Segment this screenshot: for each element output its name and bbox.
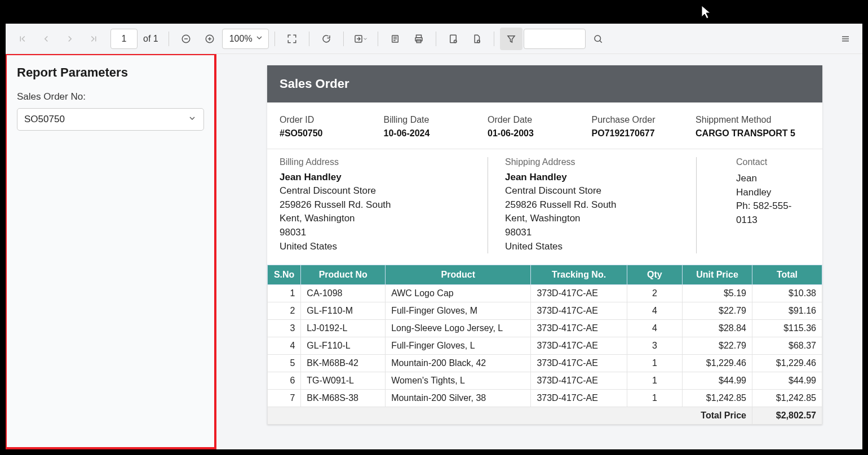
- cell-qty: 1: [627, 390, 682, 407]
- order-date-value: 01-06-2003: [488, 128, 592, 139]
- cell-sno: 2: [268, 302, 301, 320]
- cell-total: $44.99: [752, 372, 822, 390]
- cell-total: $10.38: [752, 285, 822, 302]
- cell-product: Women's Tights, L: [386, 372, 531, 390]
- refresh-button[interactable]: [315, 28, 338, 50]
- search-input[interactable]: [524, 29, 586, 49]
- cell-sno: 6: [268, 372, 301, 390]
- cell-qty: 4: [627, 320, 682, 337]
- shipping-address-label: Shipping Address: [505, 157, 679, 167]
- search-button[interactable]: [587, 28, 609, 50]
- print-button[interactable]: [408, 28, 430, 50]
- separator: [169, 32, 169, 46]
- billing-name: Jean Handley: [280, 172, 471, 183]
- first-page-button[interactable]: [11, 28, 34, 50]
- po-label: Purchase Order: [592, 115, 696, 125]
- cell-total: $1,229.46: [752, 355, 822, 372]
- zoom-select[interactable]: 100%: [222, 29, 269, 49]
- line-items-table: S.No Product No Product Tracking No. Qty…: [267, 265, 822, 425]
- export-settings-button[interactable]: [466, 28, 488, 50]
- total-row: Total Price $2,802.57: [268, 407, 822, 425]
- contact-info: Contact Jean Handley Ph: 582-555-0113: [697, 157, 810, 253]
- report-title: Sales Order: [267, 65, 822, 102]
- address-row: Billing Address Jean Handley Central Dis…: [267, 149, 822, 265]
- billing-line: 98031: [280, 226, 471, 240]
- cell-tracking: 373D-417C-AE: [531, 355, 627, 372]
- cell-qty: 3: [627, 337, 682, 355]
- last-page-button[interactable]: [82, 28, 105, 50]
- cell-product: Long-Sleeve Logo Jersey, L: [386, 320, 531, 337]
- report-canvas[interactable]: Sales Order Order ID #SO50750 Billing Da…: [216, 54, 862, 449]
- table-row: 3LJ-0192-LLong-Sleeve Logo Jersey, L373D…: [268, 320, 822, 337]
- shipping-line: Central Discount Store: [505, 184, 679, 198]
- cell-unit-price: $44.99: [683, 372, 752, 390]
- zoom-in-button[interactable]: [198, 28, 221, 50]
- col-unit-price: Unit Price: [683, 265, 752, 285]
- svg-point-17: [454, 40, 457, 43]
- cell-unit-price: $1,242.85: [683, 390, 752, 407]
- cell-product: AWC Logo Cap: [386, 285, 531, 302]
- zoom-value: 100%: [229, 34, 253, 44]
- cell-tracking: 373D-417C-AE: [531, 320, 627, 337]
- svg-line-21: [600, 41, 602, 43]
- cell-tracking: 373D-417C-AE: [531, 390, 627, 407]
- cell-qty: 1: [627, 372, 682, 390]
- billing-address: Billing Address Jean Handley Central Dis…: [280, 157, 488, 253]
- parameters-toggle-button[interactable]: [500, 28, 522, 50]
- page-number-input[interactable]: [110, 29, 138, 49]
- col-product: Product: [386, 265, 531, 285]
- prev-page-button[interactable]: [35, 28, 57, 50]
- report-viewer-app: of 1 100% Report Parameters Sales Order …: [5, 23, 863, 450]
- cell-sno: 1: [268, 285, 301, 302]
- zoom-out-button[interactable]: [175, 28, 197, 50]
- report-document: Sales Order Order ID #SO50750 Billing Da…: [267, 65, 822, 425]
- contact-phone: Ph: 582-555-0113: [736, 199, 793, 227]
- cell-tracking: 373D-417C-AE: [531, 372, 627, 390]
- col-product-no: Product No: [301, 265, 386, 285]
- ship-method-label: Shippment Method: [696, 115, 810, 125]
- cell-sno: 7: [268, 390, 301, 407]
- fit-page-button[interactable]: [281, 28, 303, 50]
- separator: [436, 32, 436, 46]
- cell-total: $115.36: [752, 320, 822, 337]
- cell-sno: 5: [268, 355, 301, 372]
- cell-product: Mountain-200 Silver, 38: [386, 390, 531, 407]
- parameters-title: Report Parameters: [17, 65, 204, 80]
- page-total-label: of 1: [143, 34, 158, 44]
- separator: [494, 32, 494, 46]
- cell-unit-price: $1,229.46: [683, 355, 752, 372]
- table-row: 4GL-F110-LFull-Finger Gloves, L373D-417C…: [268, 337, 822, 355]
- col-qty: Qty: [627, 265, 682, 285]
- sales-order-select[interactable]: SO50750: [17, 108, 204, 131]
- shipping-line: 98031: [505, 226, 679, 240]
- cell-tracking: 373D-417C-AE: [531, 337, 627, 355]
- billing-line: Central Discount Store: [280, 184, 471, 198]
- cell-unit-price: $22.79: [683, 337, 752, 355]
- po-value: PO7192170677: [592, 128, 696, 139]
- svg-point-20: [595, 35, 601, 42]
- export-button[interactable]: [349, 28, 372, 50]
- shipping-line: United States: [505, 240, 679, 254]
- table-row: 2GL-F110-MFull-Finger Gloves, M373D-417C…: [268, 302, 822, 320]
- table-row: 5BK-M68B-42Mountain-200 Black, 42373D-41…: [268, 355, 822, 372]
- col-tracking: Tracking No.: [531, 265, 627, 285]
- svg-rect-16: [450, 35, 456, 43]
- order-date-label: Order Date: [488, 115, 592, 125]
- table-row: 1CA-1098AWC Logo Cap373D-417C-AE2$5.19$1…: [268, 285, 822, 302]
- cell-total: $91.16: [752, 302, 822, 320]
- ship-method-value: CARGO TRANSPORT 5: [696, 128, 810, 139]
- toolbar: of 1 100%: [6, 24, 862, 54]
- billing-line: Kent, Washington: [280, 212, 471, 226]
- print-layout-button[interactable]: [384, 28, 406, 50]
- svg-point-18: [477, 40, 480, 43]
- total-value: $2,802.57: [752, 407, 822, 425]
- billing-line: United States: [280, 240, 471, 254]
- page-setup-button[interactable]: [442, 28, 464, 50]
- menu-button[interactable]: [834, 28, 857, 50]
- body-area: Report Parameters Sales Order No: SO5075…: [6, 54, 862, 449]
- billing-line: 259826 Russell Rd. South: [280, 198, 471, 212]
- cell-product-no: GL-F110-L: [301, 337, 386, 355]
- next-page-button[interactable]: [59, 28, 81, 50]
- separator: [309, 32, 309, 46]
- cell-unit-price: $28.84: [683, 320, 752, 337]
